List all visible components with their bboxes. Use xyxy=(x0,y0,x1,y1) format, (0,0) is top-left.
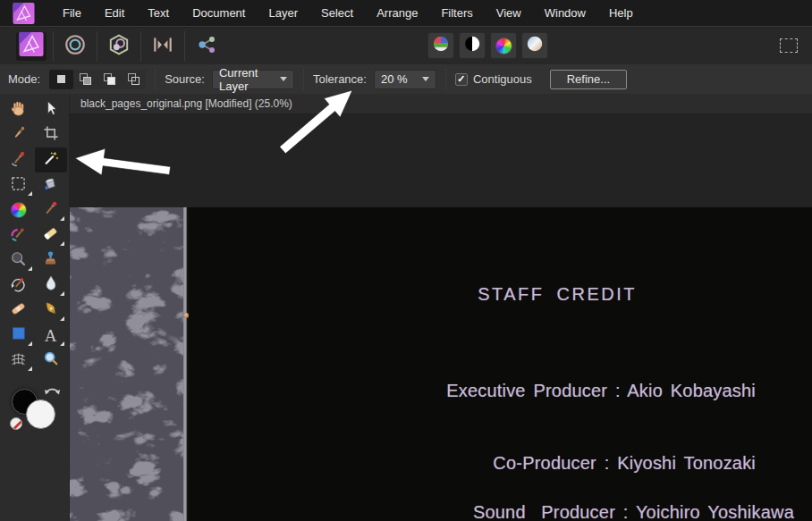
dodge-brush-tool[interactable] xyxy=(3,248,35,273)
auto-colour-icon xyxy=(495,38,512,55)
credits-bottom-block: Sound Producer : Yoichiro Yoshikawa Dire… xyxy=(439,454,794,521)
source-label: Source: xyxy=(165,72,205,86)
paint-bucket-icon xyxy=(41,174,60,197)
tolerance-field[interactable]: 20 % xyxy=(374,70,436,89)
dodge-icon xyxy=(9,249,28,272)
auto-contrast-icon xyxy=(462,34,482,57)
mode-intersect-button[interactable] xyxy=(122,70,146,89)
colour-wheel-icon xyxy=(11,202,27,218)
menu-view[interactable]: View xyxy=(485,0,533,26)
menu-bar: File Edit Text Document Layer Select Arr… xyxy=(0,0,812,27)
colour-picker-tool[interactable] xyxy=(3,122,35,147)
hand-icon xyxy=(9,99,28,122)
auto-colour-button[interactable] xyxy=(490,32,517,59)
colour-replacement-brush-icon xyxy=(9,224,28,247)
selection-visibility-toggle[interactable] xyxy=(776,35,801,56)
mesh-grid-icon xyxy=(9,349,28,372)
liquify-persona-icon xyxy=(63,33,87,60)
pen-tool[interactable] xyxy=(35,298,67,323)
mode-subtract-button[interactable] xyxy=(97,70,122,89)
chevron-down-icon xyxy=(422,77,429,81)
menu-edit[interactable]: Edit xyxy=(93,0,136,26)
marquee-select-tool[interactable] xyxy=(3,172,35,197)
contiguous-checkbox[interactable]: ✓ xyxy=(455,73,468,86)
magic-wand-icon xyxy=(41,149,60,172)
move-tool[interactable] xyxy=(35,97,67,122)
mode-add-button[interactable] xyxy=(73,70,97,89)
crop-tool[interactable] xyxy=(35,122,67,147)
auto-adjustments-group xyxy=(427,32,548,59)
swap-colours-icon[interactable] xyxy=(44,383,63,399)
auto-levels-icon xyxy=(431,34,451,57)
clone-brush-tool[interactable] xyxy=(35,248,67,273)
develop-persona-button[interactable] xyxy=(104,32,134,61)
marquee-icon xyxy=(9,174,28,197)
context-toolbar: Mode: Source: Curr xyxy=(0,64,812,94)
menu-filters[interactable]: Filters xyxy=(429,0,484,26)
menu-file[interactable]: File xyxy=(51,0,93,26)
mesh-warp-tool[interactable] xyxy=(3,348,35,373)
affinity-photo-window: File Edit Text Document Layer Select Arr… xyxy=(0,0,812,521)
menu-items: File Edit Text Document Layer Select Arr… xyxy=(51,0,645,26)
crop-icon xyxy=(42,124,60,146)
zoom-tool[interactable] xyxy=(35,348,67,373)
bandage-icon xyxy=(9,299,28,322)
auto-contrast-button[interactable] xyxy=(459,32,486,59)
tools-panel: A xyxy=(0,94,70,521)
mode-label: Mode: xyxy=(8,72,40,86)
rectangle-tool[interactable] xyxy=(3,323,35,348)
menu-help[interactable]: Help xyxy=(597,0,645,26)
text-tool[interactable]: A xyxy=(35,323,67,348)
canvas-area[interactable]: STAFF CREDIT Executive Producer : Akio K… xyxy=(70,114,812,521)
gradient-tool[interactable] xyxy=(3,197,35,223)
menu-layer[interactable]: Layer xyxy=(257,0,309,26)
contiguous-label: Contiguous xyxy=(473,72,532,86)
persona-toolbar xyxy=(0,28,812,64)
undo-brush-tool[interactable] xyxy=(3,273,35,298)
background-colour-swatch[interactable] xyxy=(26,399,55,429)
pen-nib-icon xyxy=(42,299,60,321)
source-dropdown[interactable]: Current Layer xyxy=(212,70,294,89)
blur-brush-tool[interactable] xyxy=(35,273,67,298)
text-tool-icon: A xyxy=(45,327,57,344)
document-tab[interactable]: black_pages_original.png [Modified] (25.… xyxy=(70,97,303,110)
auto-white-balance-icon xyxy=(525,34,545,57)
selection-brush-tool[interactable] xyxy=(3,147,35,172)
tolerance-label: Tolerance: xyxy=(313,72,367,86)
photo-persona-button[interactable] xyxy=(16,32,47,61)
menu-document[interactable]: Document xyxy=(181,0,257,26)
auto-white-balance-button[interactable] xyxy=(521,32,548,59)
paint-brush-icon xyxy=(41,199,60,222)
mode-new-icon xyxy=(57,75,65,83)
cursor-arrow-icon xyxy=(42,99,60,121)
refine-button[interactable]: Refine... xyxy=(550,70,627,89)
credit-line: Sound Producer : Yoichiro Yoshikawa xyxy=(439,500,794,521)
mode-new-button[interactable] xyxy=(49,70,73,89)
view-tool[interactable] xyxy=(3,97,35,122)
photo-image[interactable]: STAFF CREDIT Executive Producer : Akio K… xyxy=(70,207,812,521)
mode-button-group xyxy=(49,70,146,89)
staff-credit-title: STAFF CREDIT xyxy=(478,284,637,305)
selection-brush-icon xyxy=(9,149,28,172)
tone-mapping-persona-button[interactable] xyxy=(148,32,178,61)
marching-ants-icon xyxy=(780,38,798,53)
water-drop-icon xyxy=(42,274,60,296)
liquify-persona-button[interactable] xyxy=(60,32,90,61)
no-colour-swatch[interactable] xyxy=(10,417,22,430)
paint-brush-tool[interactable] xyxy=(35,197,67,223)
menu-select[interactable]: Select xyxy=(309,0,365,26)
menu-window[interactable]: Window xyxy=(533,0,597,26)
healing-brush-tool[interactable] xyxy=(3,298,35,323)
magnifier-icon xyxy=(42,349,60,371)
flood-fill-tool[interactable] xyxy=(35,172,67,197)
colour-replacement-brush-tool[interactable] xyxy=(3,223,35,248)
menu-text[interactable]: Text xyxy=(136,0,181,26)
mode-subtract-icon xyxy=(104,73,116,86)
menu-arrange[interactable]: Arrange xyxy=(365,0,429,26)
eraser-icon xyxy=(41,224,60,247)
flood-select-tool[interactable] xyxy=(35,147,67,172)
erase-brush-tool[interactable] xyxy=(35,223,67,248)
auto-levels-button[interactable] xyxy=(427,32,454,59)
mode-intersect-icon xyxy=(128,73,140,86)
export-persona-button[interactable] xyxy=(191,32,222,61)
